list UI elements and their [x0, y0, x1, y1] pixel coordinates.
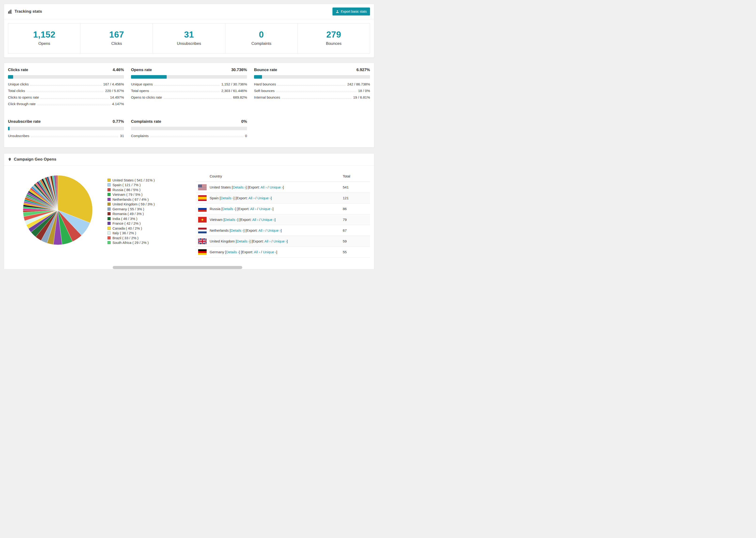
country-cell: Germany [Details ›] [Export: All › / Uni…: [210, 250, 343, 254]
horizontal-scrollbar[interactable]: [113, 266, 242, 269]
export-unique-link[interactable]: Unique ›: [274, 239, 287, 243]
legend-swatch: [108, 179, 111, 182]
rate-metric-row: Unique opens1,152 / 30.736%: [131, 82, 247, 89]
details-link[interactable]: Details ›: [237, 239, 249, 243]
rate-section-bounce-rate: Bounce rate6.927%Hard bounces242 / 86.73…: [254, 68, 370, 108]
country-name: United Kingdom: [210, 239, 235, 243]
legend-item: South Africa ( 29 / 2% ): [108, 241, 155, 245]
export-unique-link[interactable]: Unique ›: [261, 218, 275, 222]
details-link[interactable]: Details ›: [231, 228, 243, 232]
country-total: 121: [343, 196, 368, 200]
rate-progress-bar: [8, 75, 124, 79]
export-all-link[interactable]: All ›: [254, 250, 260, 254]
geo-card-title: Campaign Geo Opens: [14, 157, 56, 162]
export-unique-link[interactable]: Unique ›: [259, 207, 273, 211]
rate-metric-row: Hard bounces242 / 86.738%: [254, 82, 370, 89]
legend-swatch: [108, 183, 111, 187]
legend-label: Vietnam ( 79 / 5% ): [112, 192, 142, 196]
export-all-link[interactable]: All ›: [264, 239, 270, 243]
rate-progress-bar: [8, 127, 124, 130]
legend-label: Italy ( 36 / 2% ): [112, 231, 136, 235]
table-row: Germany [Details ›] [Export: All › / Uni…: [196, 247, 370, 257]
metric-label: Click through rate: [8, 102, 36, 106]
export-all-link[interactable]: All ›: [252, 218, 258, 222]
country-total: 79: [343, 218, 368, 222]
rate-section-complaints-rate: Complaints rate0%Complaints0: [131, 119, 247, 140]
stat-value: 167: [81, 30, 153, 40]
metric-value: 4.147%: [112, 102, 124, 106]
legend-item: Spain ( 121 / 7% ): [108, 183, 155, 188]
rate-metric-row: Clicks to opens rate14.497%: [8, 95, 124, 102]
legend-label: Russia ( 86 / 5% ): [112, 188, 140, 192]
stat-value: 0: [225, 30, 297, 40]
legend-label: France ( 42 / 2% ): [112, 221, 141, 225]
table-row: United States [Details ›] [Export: All ›…: [196, 182, 370, 193]
legend-item: Germany ( 55 / 3% ): [108, 207, 155, 211]
export-unique-link[interactable]: Unique ›: [267, 228, 281, 232]
legend-item: India ( 46 / 3% ): [108, 216, 155, 221]
export-all-link[interactable]: All ›: [261, 185, 267, 189]
export-all-link[interactable]: All ›: [248, 196, 254, 200]
metric-value: 242 / 86.738%: [347, 82, 370, 86]
export-all-link[interactable]: All ›: [258, 228, 265, 232]
campaign-geo-opens-card: Campaign Geo Opens United States ( 541 /…: [4, 153, 374, 269]
rate-metric-row: Opens to clicks rate689.82%: [131, 95, 247, 102]
legend-item: Vietnam ( 79 / 5% ): [108, 192, 155, 197]
country-name: United States: [210, 185, 231, 189]
legend-item: United States ( 541 / 31% ): [108, 178, 155, 183]
country-total: 67: [343, 228, 368, 232]
metric-value: 19 / 6.81%: [353, 95, 370, 99]
stat-value: 279: [298, 30, 370, 40]
metric-label: Unique clicks: [8, 82, 28, 86]
table-row: Russia [Details ›] [Export: All › / Uniq…: [196, 203, 370, 214]
table-row: United Kingdom [Details ›] [Export: All …: [196, 236, 370, 247]
export-unique-link[interactable]: Unique ›: [257, 196, 271, 200]
details-link[interactable]: Details ›: [233, 185, 245, 189]
country-cell: United States [Details ›] [Export: All ›…: [210, 185, 343, 189]
dotted-leader: [278, 85, 346, 85]
country-cell: Russia [Details ›] [Export: All › / Uniq…: [210, 207, 343, 211]
geo-body: United States ( 541 / 31% )Spain ( 121 /…: [4, 166, 374, 267]
export-unique-link[interactable]: Unique ›: [270, 185, 283, 189]
flag-vn-icon: [198, 217, 207, 223]
rate-progress-fill: [8, 127, 10, 130]
legend-swatch: [108, 202, 111, 206]
tracking-stats-card: Tracking stats Export basic stats 1,152O…: [4, 4, 374, 58]
country-name: Vietnam: [210, 218, 223, 222]
metric-label: Total clicks: [8, 89, 25, 93]
flag-es-icon: [198, 195, 207, 201]
country-total: 86: [343, 207, 368, 211]
export-unique-link[interactable]: Unique ›: [263, 250, 276, 254]
dotted-leader: [151, 92, 220, 92]
country-total: 59: [343, 239, 368, 243]
flag-nl-icon: [198, 228, 207, 233]
total-column-header: Total: [343, 174, 368, 178]
legend-swatch: [108, 237, 111, 240]
metric-label: Hard bounces: [254, 82, 276, 86]
details-link[interactable]: Details ›: [222, 207, 235, 211]
details-link[interactable]: Details ›: [226, 250, 239, 254]
metric-label: Internal bounces: [254, 95, 280, 99]
flag-ru-icon: [198, 206, 207, 212]
export-all-link[interactable]: All ›: [250, 207, 256, 211]
stat-label: Clicks: [81, 41, 153, 46]
country-column-header: Country: [210, 174, 343, 178]
legend-swatch: [108, 217, 111, 220]
rate-metric-row: Unique clicks167 / 4.456%: [8, 82, 124, 89]
rate-metric-row: Total clicks220 / 5.87%: [8, 89, 124, 95]
flag-gb-icon: [198, 239, 207, 244]
details-link[interactable]: Details ›: [225, 218, 237, 222]
legend-item: France ( 42 / 2% ): [108, 221, 155, 226]
legend-item: Brazil ( 33 / 2% ): [108, 236, 155, 241]
dotted-leader: [276, 92, 357, 92]
legend-label: Romania ( 49 / 3% ): [112, 212, 144, 216]
legend-label: Brazil ( 33 / 2% ): [112, 236, 138, 240]
rates-grid: Clicks rate4.46%Unique clicks167 / 4.456…: [8, 68, 370, 140]
dotted-leader: [27, 92, 104, 92]
metric-label: Opens to clicks rate: [131, 95, 162, 99]
export-basic-stats-button[interactable]: Export basic stats: [333, 8, 370, 16]
details-link[interactable]: Details ›: [221, 196, 234, 200]
legend-swatch: [108, 241, 111, 244]
stat-label: Bounces: [298, 41, 370, 46]
rate-percent: 30.736%: [231, 68, 247, 72]
